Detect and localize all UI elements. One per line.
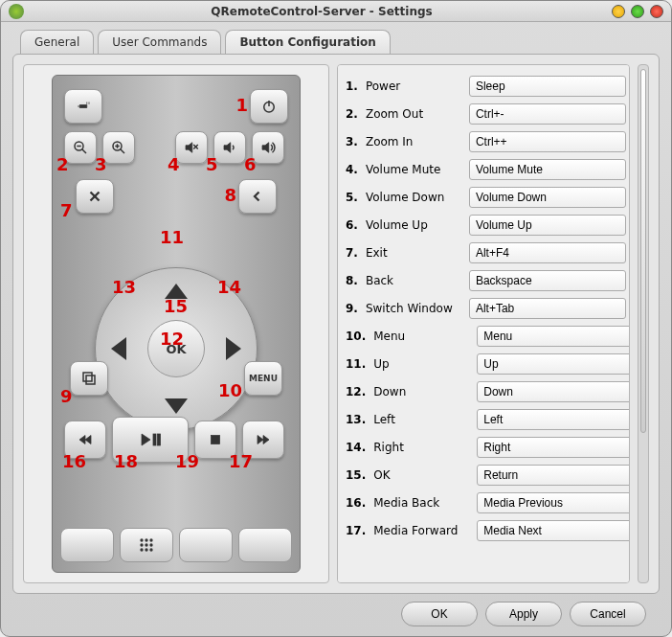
tab-button-configuration[interactable]: Button Configuration	[225, 30, 390, 54]
mapping-row: 11.Up	[346, 352, 625, 376]
mapping-row: 8.Back	[346, 268, 625, 293]
settings-window: QRemoteControl-Server - Settings General…	[0, 0, 672, 637]
minimize-button[interactable]	[612, 5, 625, 18]
power-button[interactable]	[250, 89, 288, 124]
maximize-button[interactable]	[631, 5, 644, 18]
label-7: 7	[60, 200, 73, 220]
media-next-icon	[255, 431, 272, 448]
mapping-list: 1.Power2.Zoom Out3.Zoom In4.Volume Mute5…	[337, 64, 630, 583]
stop-button[interactable]	[194, 421, 236, 459]
mapping-value-input[interactable]	[469, 187, 626, 208]
mapping-name: Volume Down	[366, 191, 461, 204]
mapping-name: Volume Mute	[366, 163, 461, 176]
mapping-index: 10.	[346, 330, 366, 343]
apply-button[interactable]: Apply	[485, 602, 562, 626]
mapping-row: 17.Media Forward	[346, 518, 625, 543]
scrollbar[interactable]	[638, 64, 649, 583]
dpad: OK	[95, 267, 258, 430]
close-button[interactable]	[650, 5, 663, 18]
remote-preview: 1 2 3 4 5 6 7 8	[52, 75, 301, 573]
dpad-left[interactable]	[111, 337, 126, 360]
mode-bar	[60, 528, 292, 562]
mapping-row: 7.Exit	[346, 240, 625, 265]
mode-keyboard[interactable]	[238, 528, 292, 562]
mapping-index: 6.	[346, 218, 358, 232]
vol-down-button[interactable]	[213, 131, 246, 164]
grid-icon	[137, 535, 156, 555]
tab-user-commands[interactable]: User Commands	[98, 30, 221, 54]
mapping-value-input[interactable]	[477, 465, 630, 486]
mode-keypad[interactable]	[120, 528, 173, 562]
tab-bar: General User Commands Button Configurati…	[12, 30, 660, 54]
svg-rect-17	[212, 436, 220, 444]
mapping-value-input[interactable]	[469, 159, 626, 180]
mapping-value-input[interactable]	[477, 353, 630, 375]
back-button[interactable]	[238, 179, 277, 214]
play-pause-icon	[136, 431, 165, 448]
remote-preview-frame: 1 2 3 4 5 6 7 8	[23, 64, 329, 583]
tab-general[interactable]: General	[20, 30, 94, 54]
mapping-index: 2.	[346, 107, 358, 121]
svg-rect-14	[86, 375, 95, 384]
svg-point-18	[82, 545, 92, 552]
mapping-row: 14.Right	[346, 435, 625, 460]
mapping-value-input[interactable]	[477, 409, 630, 430]
svg-point-26	[145, 548, 147, 551]
mode-remote[interactable]	[60, 528, 114, 562]
mapping-value-input[interactable]	[477, 492, 630, 513]
mapping-value-input[interactable]	[477, 381, 630, 402]
mute-button[interactable]	[175, 131, 208, 164]
keyboard-icon	[256, 535, 275, 555]
switch-window-button[interactable]	[70, 361, 108, 396]
label-11: 11	[160, 227, 184, 247]
svg-point-25	[140, 548, 143, 551]
media-forward-button[interactable]	[242, 421, 284, 459]
svg-line-6	[121, 149, 125, 154]
mapping-value-input[interactable]	[477, 326, 630, 347]
dpad-right[interactable]	[226, 337, 241, 360]
mapping-value-input[interactable]	[469, 103, 626, 125]
plug-button[interactable]	[64, 89, 102, 124]
dpad-up[interactable]	[165, 284, 188, 299]
mapping-index: 9.	[346, 302, 358, 315]
mapping-index: 12.	[346, 385, 366, 398]
windows-icon	[80, 370, 98, 387]
mapping-row: 6.Volume Up	[346, 213, 625, 238]
mapping-name: Media Back	[373, 496, 469, 510]
vol-up-button[interactable]	[252, 131, 284, 164]
svg-rect-16	[158, 434, 161, 445]
mapping-index: 8.	[346, 274, 358, 287]
mapping-name: Back	[366, 274, 461, 287]
zoom-out-icon	[72, 139, 89, 156]
play-pause-button[interactable]	[112, 417, 189, 463]
svg-line-3	[82, 149, 87, 154]
mapping-row: 13.Left	[346, 407, 625, 432]
zoom-in-button[interactable]	[102, 131, 135, 164]
mapping-value-input[interactable]	[477, 520, 630, 541]
menu-button[interactable]: MENU	[244, 361, 282, 396]
svg-rect-13	[83, 373, 92, 381]
mapping-row: 15.OK	[346, 463, 625, 488]
mapping-value-input[interactable]	[469, 242, 626, 263]
mode-mouse[interactable]	[179, 528, 233, 562]
exit-button[interactable]	[76, 179, 114, 214]
mapping-name: Media Forward	[373, 524, 469, 537]
mapping-value-input[interactable]	[469, 131, 626, 152]
mapping-value-input[interactable]	[469, 298, 626, 319]
mapping-value-input[interactable]	[469, 215, 626, 236]
mapping-value-input[interactable]	[477, 437, 630, 458]
mapping-value-input[interactable]	[469, 76, 626, 97]
dpad-down[interactable]	[165, 398, 188, 414]
media-back-button[interactable]	[64, 421, 106, 459]
mapping-name: OK	[373, 468, 469, 482]
mapping-index: 1.	[346, 80, 358, 93]
svg-rect-15	[153, 434, 156, 445]
mapping-value-input[interactable]	[469, 270, 626, 291]
zoom-out-button[interactable]	[64, 131, 97, 164]
cancel-button[interactable]: Cancel	[570, 602, 646, 626]
titlebar: QRemoteControl-Server - Settings	[1, 1, 671, 22]
dpad-ok[interactable]: OK	[147, 320, 205, 377]
ok-button[interactable]: OK	[401, 602, 478, 626]
svg-point-23	[145, 543, 147, 546]
mute-icon	[183, 139, 200, 156]
